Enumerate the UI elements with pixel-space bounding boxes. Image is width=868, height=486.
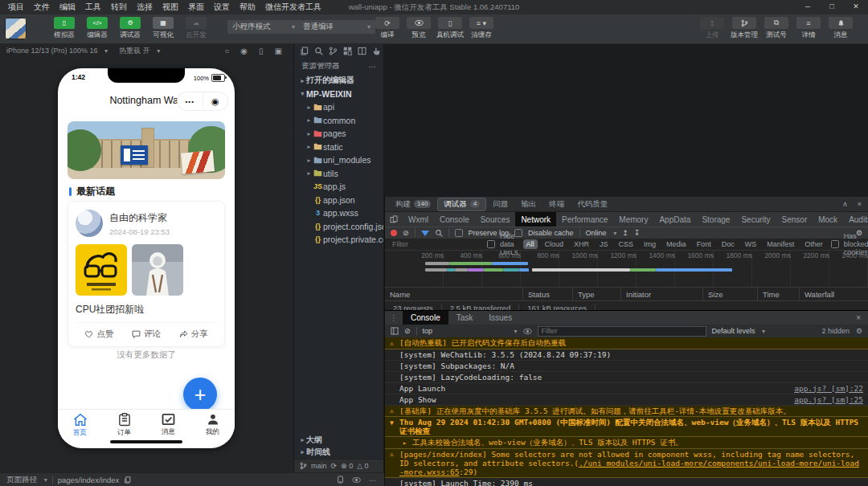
menu-item-工具[interactable]: 工具 <box>80 0 106 14</box>
hot-reload-toggle[interactable]: 热重载 开 ▾ <box>119 46 160 56</box>
clear-icon[interactable]: ⊘ <box>403 229 409 237</box>
close-button[interactable]: ✕ <box>844 0 868 14</box>
toolbar-button-测试号[interactable]: ⧉测试号 <box>764 17 789 40</box>
multi-window-icon[interactable]: ▣ <box>275 47 282 55</box>
tree-item-project.private.config.js...[interactable]: {}project.private.config.js... <box>294 233 383 247</box>
panel-tab-调试器[interactable]: 调试器4 <box>438 198 485 210</box>
tree-item-utils[interactable]: ▸utils <box>294 167 383 181</box>
split-editor-icon[interactable] <box>358 47 366 55</box>
network-overview-timeline[interactable]: 200 ms400 ms600 ms800 ms1000 ms1200 ms14… <box>385 250 868 288</box>
search-icon[interactable] <box>435 229 443 237</box>
filter-chip-All[interactable]: All <box>523 239 538 249</box>
execution-context-select[interactable]: top▾ <box>423 327 518 335</box>
devtools-tab-AppData[interactable]: AppData <box>653 212 696 227</box>
branch-name[interactable]: main <box>311 462 327 470</box>
filter-chip-Img[interactable]: Img <box>641 239 659 249</box>
tabbar-item-我的[interactable]: 我的 <box>190 410 235 440</box>
console-sidebar-icon[interactable] <box>391 327 399 335</box>
column-header-Initiator[interactable]: Initiator <box>621 288 703 300</box>
post-action-点赞[interactable]: 点赞 <box>76 329 123 340</box>
toolbar-button-模拟器[interactable]: ▯模拟器 <box>51 17 77 40</box>
banner-image[interactable] <box>68 121 225 179</box>
network-filter-input[interactable] <box>391 239 482 249</box>
tree-item-uni_modules[interactable]: ▸uni_modules <box>294 153 383 167</box>
branch-icon[interactable] <box>300 462 307 470</box>
toolbar-button-编译[interactable]: ⟳编译 <box>375 17 400 40</box>
devtools-tab-Storage[interactable]: Storage <box>696 212 735 227</box>
tree-item-pages[interactable]: ▸pages <box>294 127 383 141</box>
console-settings-icon[interactable]: ⚙ <box>856 327 862 335</box>
toolbar-button-调试器[interactable]: ⚙调试器 <box>117 17 143 40</box>
close-mini-icon[interactable]: ◉ <box>203 93 228 109</box>
eye-icon[interactable] <box>523 328 532 335</box>
hand-pointer-icon[interactable] <box>372 47 381 55</box>
toolbar-button-版本管理[interactable]: 版本管理 <box>731 17 757 40</box>
menu-item-编辑[interactable]: 编辑 <box>55 0 80 14</box>
column-header-Size[interactable]: Size <box>703 288 758 300</box>
section-时间线[interactable]: ▸时间线 <box>294 446 383 458</box>
mode-select[interactable]: 小程序模式 ▾ <box>227 20 300 34</box>
devtools-tab-Sensor[interactable]: Sensor <box>776 212 813 227</box>
menu-item-微信开发者工具[interactable]: 微信开发者工具 <box>260 0 326 14</box>
caret-icon[interactable]: ▸ <box>403 438 412 447</box>
post-action-分享[interactable]: 分享 <box>170 329 217 340</box>
device-debug-icon[interactable] <box>337 476 344 484</box>
drawer-tab-Issues[interactable]: Issues <box>481 311 520 325</box>
devtools-tab-Security[interactable]: Security <box>735 212 776 227</box>
panel-tab-代码质量[interactable]: 代码质量 <box>571 198 613 210</box>
menu-item-选择[interactable]: 选择 <box>132 0 158 14</box>
search-icon[interactable] <box>314 47 323 55</box>
toolbar-button-预览[interactable]: 预览 <box>406 17 432 40</box>
problems-warnings[interactable]: △ 0 <box>357 462 368 470</box>
filter-funnel-icon[interactable] <box>421 231 429 236</box>
toolbar-button-消息[interactable]: 消息 <box>828 17 854 40</box>
devtools-tab-Memory[interactable]: Memory <box>613 212 653 227</box>
filter-chip-WS[interactable]: WS <box>742 239 760 249</box>
devtools-tab-Network[interactable]: Network <box>515 212 556 227</box>
filter-chip-Font[interactable]: Font <box>694 239 714 249</box>
menu-item-界面[interactable]: 界面 <box>183 0 209 14</box>
add-post-fab[interactable]: + <box>183 378 217 411</box>
menu-item-文件[interactable]: 文件 <box>29 0 55 14</box>
maximize-button[interactable]: □ <box>820 0 844 14</box>
panel-tab-终端[interactable]: 终端 <box>543 198 570 210</box>
filter-chip-Doc[interactable]: Doc <box>719 239 738 249</box>
column-header-Name[interactable]: Name <box>385 288 523 300</box>
source-link[interactable]: app.js? [sm]:25 <box>794 395 863 404</box>
post-action-评论[interactable]: 评论 <box>123 329 170 340</box>
menu-item-视图[interactable]: 视图 <box>158 0 183 14</box>
hide-data-urls-checkbox[interactable] <box>487 240 495 248</box>
close-panel-icon[interactable]: × <box>858 200 862 208</box>
panel-tab-构建[interactable]: 构建140 <box>390 198 436 210</box>
tree-item-MP-WEIXIN[interactable]: ▾MP-WEIXIN <box>294 88 383 101</box>
preview-eye-icon[interactable] <box>352 476 361 484</box>
drawer-menu-icon[interactable]: ⋮ <box>385 313 403 322</box>
filter-chip-JS[interactable]: JS <box>596 239 612 249</box>
devtools-tab-Mock[interactable]: Mock <box>813 212 843 227</box>
compile-select[interactable]: 普通编译 ▾ <box>298 20 375 34</box>
collapse-panel-icon[interactable]: ∧ <box>842 200 848 208</box>
tree-item-common[interactable]: ▸common <box>294 114 383 128</box>
tree-item-app.json[interactable]: {}app.json <box>294 194 383 207</box>
tabbar-item-订单[interactable]: 订单 <box>102 410 146 440</box>
tree-item-project.config.json[interactable]: {}project.config.json <box>294 220 383 234</box>
filter-chip-Other[interactable]: Other <box>801 239 826 249</box>
panel-tab-问题[interactable]: 问题 <box>487 198 514 210</box>
screenshot-icon[interactable]: ◉ <box>240 47 248 55</box>
source-link[interactable]: app.js? [sm]:22 <box>794 384 863 393</box>
devtools-tab-Console[interactable]: Console <box>434 212 475 227</box>
page-path-select[interactable]: 页面路径 ▾ <box>6 475 47 485</box>
post-image-cpu-logo[interactable] <box>76 244 127 296</box>
close-drawer-icon[interactable]: × <box>856 313 868 322</box>
problems-errors[interactable]: ⊗ 0 <box>341 462 353 470</box>
tabbar-item-消息[interactable]: 消息 <box>146 410 190 440</box>
tree-item-app.js[interactable]: JSapp.js <box>294 180 383 194</box>
toolbar-button-编辑器[interactable]: </>编辑器 <box>84 17 110 40</box>
column-header-Status[interactable]: Status <box>523 288 573 300</box>
menu-item-帮助[interactable]: 帮助 <box>235 0 260 14</box>
throttling-select[interactable]: Online ▾ <box>586 229 617 237</box>
post-image-figure[interactable] <box>132 244 183 296</box>
console-filter-input[interactable] <box>538 326 706 337</box>
toolbar-button-清缓存[interactable]: ≡ ▾清缓存 <box>469 17 494 40</box>
column-header-Time[interactable]: Time <box>758 288 800 300</box>
